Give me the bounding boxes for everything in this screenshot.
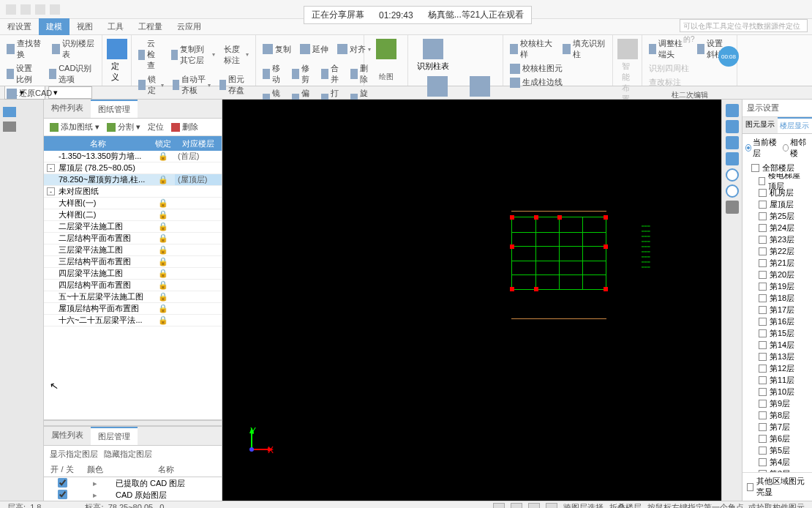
tab-quantity[interactable]: 工程量: [131, 18, 170, 35]
lock-icon[interactable]: 🔒: [151, 315, 175, 325]
delete-drawing-button[interactable]: 删除: [171, 122, 198, 132]
tree-row[interactable]: 78.250~屋顶剪力墙,柱...🔒(屋顶层): [44, 174, 222, 186]
add-drawing-button[interactable]: 添加图纸 ▾: [50, 122, 99, 132]
length-dim-button[interactable]: 长度标注▾: [222, 37, 251, 72]
tab-model[interactable]: 建模: [39, 18, 69, 35]
floor-checkbox[interactable]: [759, 294, 767, 302]
locate-button[interactable]: 定位: [148, 122, 164, 132]
drawing-tree[interactable]: -1.350~13.350剪力墙...🔒(首层)-屋顶层 (78.25~80.0…: [44, 151, 222, 420]
lock-icon[interactable]: 🔒: [151, 175, 175, 184]
layer-row[interactable]: ▸CAD 原始图层: [44, 489, 222, 501]
floor-item[interactable]: 第20层: [743, 269, 812, 280]
floor-item[interactable]: 第4层: [743, 456, 812, 468]
cross-layer-select[interactable]: 跨图层选择: [563, 502, 604, 508]
lock-icon[interactable]: 🔒: [151, 210, 175, 220]
tree-row[interactable]: 二层结构平面布置图🔒: [44, 233, 222, 244]
floor-checkbox[interactable]: [759, 376, 767, 384]
floor-checkbox[interactable]: [759, 201, 767, 209]
undo-icon[interactable]: [35, 4, 45, 15]
refresh-icon[interactable]: [726, 184, 739, 198]
tab-settings[interactable]: 程设置: [0, 18, 39, 35]
floor-item[interactable]: 第7层: [743, 421, 812, 433]
tree-toggle-icon[interactable]: -: [47, 164, 55, 172]
floor-checkbox[interactable]: [759, 177, 765, 185]
tree-row[interactable]: 大样图(二)🔒: [44, 209, 222, 221]
floor-checkbox[interactable]: [759, 400, 767, 408]
lock-icon[interactable]: 🔒: [151, 292, 175, 302]
floor-checkbox[interactable]: [759, 224, 767, 232]
expand-arrow-icon[interactable]: ▸: [80, 479, 110, 488]
smart-layout-button[interactable]: 智能布置: [617, 37, 637, 106]
define-button[interactable]: 定义: [107, 37, 127, 84]
floor-checkbox[interactable]: [759, 341, 767, 349]
more-icon[interactable]: [726, 201, 739, 214]
search-input[interactable]: 可以仓库工具定位寻找数据源件定位的?: [680, 19, 808, 32]
floor-checkbox[interactable]: [759, 236, 767, 244]
drawing-canvas[interactable]: ━━━━━━━━━━━━━━━━━━━━━━━━━━━ Y X: [222, 100, 721, 501]
radio-current-floor[interactable]: 当前楼层: [745, 137, 778, 159]
tree-row[interactable]: -未对应图纸: [44, 186, 222, 198]
tab-tools[interactable]: 工具: [100, 18, 131, 35]
floor-checkbox[interactable]: [759, 306, 767, 314]
move-button[interactable]: 移动: [260, 62, 285, 86]
st-icon-2[interactable]: [511, 503, 522, 509]
element-save-button[interactable]: 图元存盘: [217, 73, 251, 97]
hide-layer-button[interactable]: 隐藏指定图层: [104, 449, 152, 460]
copy-to-floor-button[interactable]: 复制到其它层▾: [169, 37, 217, 72]
floor-checkbox[interactable]: [759, 365, 767, 373]
floor-checkbox[interactable]: [759, 388, 767, 396]
lock-icon[interactable]: 🔒: [151, 222, 175, 231]
tab-drawings[interactable]: 图纸管理: [91, 100, 138, 118]
floor-checkbox[interactable]: [759, 458, 767, 466]
floor-item[interactable]: 第15层: [743, 327, 812, 339]
orbit-icon[interactable]: [726, 168, 739, 182]
lock-button[interactable]: 锁定▾: [136, 73, 166, 97]
lock-icon[interactable]: 🔒: [151, 234, 175, 243]
floor-checkbox[interactable]: [759, 271, 767, 279]
cad-options-button[interactable]: CAD识别选项: [47, 62, 97, 86]
floor-checkbox[interactable]: [759, 283, 767, 291]
floor-list[interactable]: 楼电梯屋顶层机房层屋顶层第25层第24层第23层第22层第21层第20层第19层…: [743, 173, 812, 472]
lock-icon[interactable]: 🔒: [151, 245, 175, 255]
lock-icon[interactable]: 🔒: [151, 152, 175, 161]
floor-checkbox[interactable]: [759, 212, 767, 220]
floor-item[interactable]: 第22层: [743, 245, 812, 257]
expand-arrow-icon[interactable]: ▸: [80, 490, 110, 500]
rp-bottom[interactable]: 其他区域图元亮显: [743, 472, 812, 501]
floor-item[interactable]: 第11层: [743, 374, 812, 386]
tab-view[interactable]: 视图: [69, 18, 100, 35]
identify-floor-button[interactable]: 识别楼层表: [50, 37, 97, 61]
tree-row[interactable]: 四层梁平法施工图🔒: [44, 268, 222, 280]
floor-checkbox[interactable]: [759, 447, 767, 455]
tree-row[interactable]: -1.350~13.350剪力墙...🔒(首层): [44, 151, 222, 163]
split-button[interactable]: 分割 ▾: [107, 122, 140, 132]
show-layer-button[interactable]: 显示指定图层: [50, 449, 98, 460]
set-scale-button[interactable]: 设置比例: [4, 62, 42, 86]
floor-item[interactable]: 第12层: [743, 362, 812, 374]
floor-item[interactable]: 第5层: [743, 444, 812, 456]
floor-item[interactable]: 第24层: [743, 222, 812, 234]
rp-all-floors[interactable]: 全部楼层: [743, 162, 812, 173]
floor-item[interactable]: 第14层: [743, 339, 812, 351]
tab-layers[interactable]: 图层管理: [91, 427, 138, 445]
tab-floor-display[interactable]: 楼层显示: [778, 117, 813, 133]
tree-row[interactable]: 十六~二十五层梁平法...🔒: [44, 315, 222, 326]
list-view-icon[interactable]: [3, 107, 16, 117]
st-icon-4[interactable]: [546, 503, 557, 509]
check-element-button[interactable]: 校核柱图元: [508, 62, 608, 75]
redo-icon[interactable]: [50, 4, 60, 15]
floor-item[interactable]: 第8层: [743, 409, 812, 421]
layer-checkbox[interactable]: [58, 490, 67, 499]
tree-row[interactable]: 五~十五层梁平法施工图🔒: [44, 291, 222, 303]
extend-button[interactable]: 延伸: [298, 37, 331, 61]
floor-item[interactable]: 第16层: [743, 315, 812, 327]
floor-checkbox[interactable]: [759, 247, 767, 255]
st-icon-3[interactable]: [528, 503, 540, 509]
tree-row[interactable]: 二层梁平法施工图🔒: [44, 221, 222, 233]
floor-item[interactable]: 第25层: [743, 210, 812, 222]
collapse-floor[interactable]: 折叠楼层: [609, 502, 642, 508]
floor-item[interactable]: 第6层: [743, 433, 812, 444]
zoom-icon[interactable]: [726, 136, 739, 149]
st-icon-1[interactable]: [493, 503, 505, 509]
tree-row[interactable]: -屋顶层 (78.25~80.05): [44, 163, 222, 174]
